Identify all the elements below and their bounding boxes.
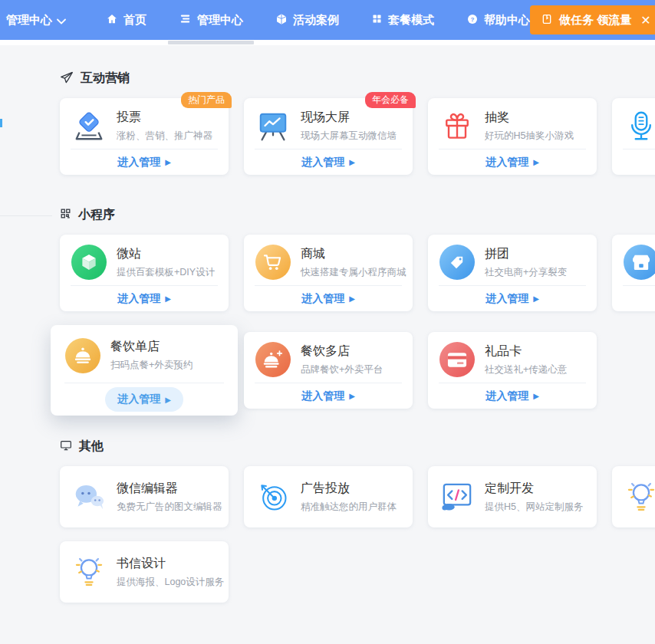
- card-lottery[interactable]: 抽奖 好玩的H5抽奖小游戏 进入管理▶: [428, 98, 597, 175]
- nav-item-packages[interactable]: 套餐模式: [371, 12, 434, 28]
- grid-icon: [371, 13, 383, 27]
- card-subtitle: 快速搭建专属小程序商城: [301, 266, 406, 279]
- enter-manage-link[interactable]: 进入管理▶: [244, 286, 413, 311]
- enter-manage-link[interactable]: 进入管理▶: [428, 150, 597, 175]
- arrow-icon: ▶: [533, 158, 539, 166]
- card-row: 书信设计 提供海报、Logo设计服务: [60, 541, 655, 603]
- lightbulb-icon: [71, 554, 107, 590]
- card-subtitle: 社交电商+分享裂变: [485, 266, 567, 279]
- nav-bottom-strip: [0, 40, 655, 45]
- card-letter-design[interactable]: 书信设计 提供海报、Logo设计服务: [60, 541, 229, 603]
- card-restaurant-single[interactable]: 餐饮单店 扫码点餐+外卖预约 进入管理▶: [51, 325, 238, 416]
- section-mini-programs: 小程序 微站 提供百套模板+DIY设计 进入管理▶: [60, 207, 655, 416]
- lightbulb-icon: [623, 478, 655, 515]
- card-title: 现场大屏: [301, 110, 397, 126]
- card-title: 定制开发: [485, 481, 583, 497]
- card-subtitle: 精准触达您的用户群体: [301, 501, 397, 514]
- content-area: 互动营销 热门产品 投票 涨粉、营销、推广神器: [0, 71, 655, 603]
- section-title: 小程序: [78, 207, 115, 223]
- arrow-icon: ▶: [165, 158, 171, 166]
- tag-icon: [439, 245, 475, 280]
- card-group-buy[interactable]: 拼团 社交电商+分享裂变 进入管理▶: [428, 235, 597, 311]
- gift-icon: [439, 109, 475, 143]
- card-title: 餐饮单店: [110, 339, 193, 355]
- card-row: 餐饮单店 扫码点餐+外卖预约 进入管理▶ 餐饮多店: [51, 325, 655, 416]
- section-title: 互动营销: [81, 71, 130, 87]
- card-subtitle: 提供百套模板+DIY设计: [117, 266, 215, 279]
- close-icon[interactable]: ✕: [640, 13, 650, 28]
- arrow-icon: ▶: [349, 294, 355, 303]
- card-subtitle: 提供海报、Logo设计服务: [117, 576, 224, 589]
- card-custom-dev[interactable]: 定制开发 提供H5、网站定制服务: [428, 466, 597, 527]
- card-subtitle: 好玩的H5抽奖小游戏: [485, 130, 574, 143]
- enter-manage-link[interactable]: 进入管理▶: [244, 150, 413, 175]
- active-tab-indicator: [168, 41, 254, 44]
- card-mall[interactable]: 商城 快速搭建专属小程序商城 进入管理▶: [244, 235, 413, 311]
- brand-label: 管理中心: [6, 13, 52, 28]
- enter-manage-link[interactable]: 进入管理▶: [612, 286, 655, 311]
- ballot-icon: [71, 108, 107, 143]
- list-icon: [179, 12, 192, 28]
- svg-text:?: ?: [471, 16, 475, 23]
- enter-manage-link[interactable]: 进入管理▶: [244, 383, 413, 409]
- card-live-screen[interactable]: 年会必备 现场大屏 现场大屏幕互动微信墙: [244, 98, 413, 175]
- home-icon: [106, 13, 118, 28]
- card-subtitle: 品牌餐饮+外卖平台: [301, 363, 383, 376]
- card-title: 投票: [117, 110, 212, 126]
- card-row: 热门产品 投票 涨粉、营销、推广神器: [60, 98, 655, 175]
- enter-manage-link[interactable]: 进入管理▶: [428, 286, 597, 311]
- card-partial-store[interactable]: 进入管理▶: [612, 235, 655, 311]
- card-title: 抽奖: [485, 110, 574, 126]
- task-banner-button[interactable]: 做任务 领流量 ✕: [530, 5, 655, 34]
- card-title: 拼团: [485, 246, 567, 262]
- card-wechat-editor[interactable]: 微信编辑器 免费无广告的图文编辑器: [60, 466, 229, 527]
- cloche-icon: [65, 338, 100, 373]
- monitor-icon: [60, 440, 72, 454]
- nav-item-home[interactable]: 首页: [106, 12, 146, 28]
- storefront-icon: [624, 245, 655, 280]
- section-title: 其他: [79, 439, 104, 455]
- box-icon: [275, 13, 288, 28]
- qr-code-icon: [60, 208, 71, 222]
- arrow-icon: ▶: [533, 392, 539, 400]
- giftcard-icon: [439, 342, 475, 377]
- card-voting[interactable]: 热门产品 投票 涨粉、营销、推广神器: [60, 98, 229, 175]
- brand-dropdown[interactable]: 管理中心: [0, 13, 66, 28]
- card-restaurant-multi[interactable]: 餐饮多店 品牌餐饮+外卖平台 进入管理▶: [244, 332, 413, 409]
- nav-item-help[interactable]: ? 帮助中心: [466, 12, 530, 28]
- enter-manage-link[interactable]: 进入管理▶: [60, 286, 229, 311]
- card-row: 微站 提供百套模板+DIY设计 进入管理▶ 商城 快速搭建专属小程序商城: [60, 235, 655, 311]
- top-nav: 管理中心 首页 管理中心 活动案例 套餐模式 ? 帮助中心 做任务 领流量: [0, 0, 655, 40]
- card-subtitle: 社交送礼+传递心意: [485, 363, 567, 376]
- nav-item-management[interactable]: 管理中心: [179, 12, 243, 28]
- wechat-icon: [71, 481, 107, 512]
- enter-manage-button[interactable]: 进入管理▶: [105, 387, 183, 412]
- card-ad-delivery[interactable]: 广告投放 精准触达您的用户群体: [244, 466, 413, 527]
- bigscreen-icon: [255, 108, 291, 143]
- target-icon: [255, 480, 291, 514]
- card-partial-voice[interactable]: 进入管理▶: [612, 98, 655, 175]
- paper-plane-icon: [60, 71, 74, 87]
- card-title: 礼品卡: [485, 343, 567, 360]
- card-partial-design[interactable]: [612, 466, 655, 527]
- cart-icon: [255, 245, 291, 280]
- arrow-icon: ▶: [533, 294, 539, 303]
- card-subtitle: 提供H5、网站定制服务: [485, 501, 583, 514]
- cloche-plus-icon: [255, 342, 291, 377]
- card-subtitle: 涨粉、营销、推广神器: [117, 130, 212, 143]
- code-icon: [439, 481, 475, 512]
- task-icon: [541, 13, 553, 28]
- enter-manage-link[interactable]: 进入管理▶: [60, 150, 229, 175]
- card-subtitle: 扫码点餐+外卖预约: [110, 359, 193, 372]
- badge-hot-product: 热门产品: [181, 92, 232, 108]
- card-row: 微信编辑器 免费无广告的图文编辑器: [60, 466, 655, 527]
- card-micro-site[interactable]: 微站 提供百套模板+DIY设计 进入管理▶: [60, 235, 229, 311]
- card-gift-card[interactable]: 礼品卡 社交送礼+传递心意 进入管理▶: [428, 332, 597, 409]
- arrow-icon: ▶: [165, 294, 171, 303]
- chevron-down-icon: [57, 14, 66, 27]
- card-title: 餐饮多店: [301, 343, 383, 360]
- microphone-icon: [623, 109, 655, 143]
- enter-manage-link[interactable]: 进入管理▶: [428, 383, 597, 409]
- nav-item-cases[interactable]: 活动案例: [275, 12, 339, 28]
- enter-manage-link[interactable]: 进入管理▶: [612, 150, 655, 175]
